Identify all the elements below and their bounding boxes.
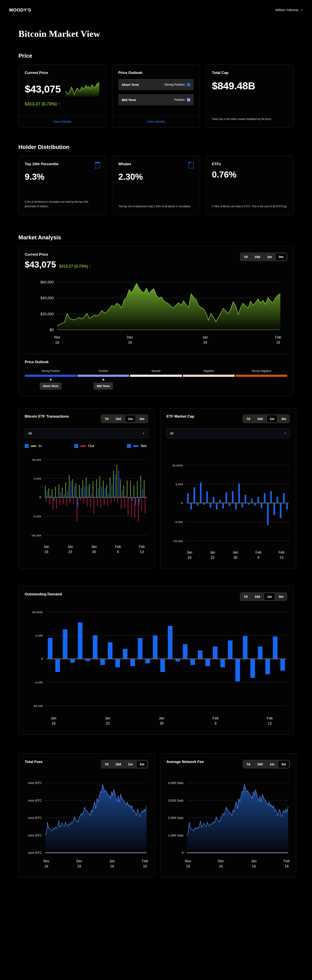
user-name: William Palencia [276,8,298,12]
tab-15d[interactable]: 15d [254,760,266,768]
time-range-tabs: 7d 15d 1m 3m [101,760,148,768]
price-outlook-card: Price Outlook Short Term Strong Positive… [112,64,200,128]
svg-text:-x,xxx: -x,xxx [35,680,43,684]
svg-text:-xx,xxx: -xx,xxx [31,533,41,537]
etf-filter-select[interactable]: All ▼ [25,428,148,438]
outstanding-demand-card: Outstanding Demand 7d 15d 1m 3m xx,xxxxx… [18,586,294,735]
tab-1m[interactable]: 1m [125,760,136,768]
tab-1m[interactable]: 1m [264,253,275,261]
segment-label: Strong Positive [41,369,60,372]
svg-text:Dec16: Dec16 [127,336,133,344]
svg-text:Jan23: Jan23 [105,716,111,725]
legend-item-in: ✓ In [25,444,41,448]
tab-3m[interactable]: 3m [136,415,147,423]
tab-7d[interactable]: 7d [101,760,112,768]
svg-text:xx,xxx: xx,xxx [32,458,41,461]
segment-neutral [130,375,182,377]
tab-1m[interactable]: 1m [266,415,278,423]
svg-text:x,xxx: x,xxx [176,482,183,486]
card-title: Total Cap [212,71,287,75]
current-price-chart: $60,000$40,000$20,000$0Nov16Dec16Jan16Fe… [25,275,288,347]
tab-3m[interactable]: 3m [278,415,289,423]
svg-text:xxxx BTC: xxxx BTC [28,851,42,854]
svg-text:3,000 Sats: 3,000 Sats [168,799,184,802]
svg-text:Jan23: Jan23 [67,545,73,554]
segment-positive [78,375,129,377]
marker-triangle-icon [49,379,52,380]
total-fees-chart: xxxx BTCxxxx BTCxxxx BTCxxxx BTCxxxx BTC… [25,773,148,870]
tab-15d[interactable]: 15d [251,593,263,600]
market-section-heading: Market Analysis [18,234,294,241]
holder-note: The top 1% of addresses hold 2.30% of al… [118,204,194,209]
tab-3m[interactable]: 3m [276,593,287,600]
tab-7d[interactable]: 7d [101,415,112,423]
tab-3m[interactable]: 3m [136,760,147,768]
tab-3m[interactable]: 3m [278,760,289,768]
segment-label: Strong Negative [252,369,271,372]
tab-7d[interactable]: 7d [243,760,253,768]
arrow-up-icon: ↑ [89,264,91,269]
price-section: Price Current Price $43,075 $313.27 (0.7… [18,52,294,128]
etf-market-cap-chart: xx,xxxxx,xxx0-x,xxx-xx,xxxJan16Jan23Jan3… [166,460,290,562]
top-bar: MOODY'S William Palencia ▼ [0,0,312,20]
arrow-up-icon: ↑ [58,102,60,106]
chart-title: Current Price [25,252,91,257]
view-details-link[interactable]: View Details [19,116,106,127]
etf-filter-select[interactable]: All ▼ [166,428,290,438]
tab-15d[interactable]: 15d [254,415,266,423]
tab-3m[interactable]: 3m [276,253,287,261]
svg-text:1,000 Sats: 1,000 Sats [168,834,184,837]
average-network-fee-card: Average Network Fee 7d 15d 1m 3m 4,000 S… [160,753,296,878]
chart-title: Average Network Fee [166,760,204,764]
tab-15d[interactable]: 15d [112,760,124,768]
etf-transactions-chart: xx,xxxx,xxx0-x,xxx-xx,xxxJan16Jan23Jan30… [25,454,148,556]
short-term-marker-chip: Short Term [40,382,62,390]
svg-text:Nov16: Nov16 [185,859,191,868]
segment-strong-positive [25,375,76,377]
chart-price-value: $43,075 [25,260,56,269]
average-network-fee-chart: 4,000 Sats3,000 Sats2,000 Sats1,000 Sats… [166,773,290,870]
svg-text:xxxx BTC: xxxx BTC [28,834,42,837]
svg-text:Dec16: Dec16 [218,859,224,868]
tab-1m[interactable]: 1m [125,415,136,423]
time-range-tabs: 7d 15d 1m 3m [101,414,148,423]
tab-7d[interactable]: 7d [241,253,251,261]
chevron-down-icon: ▼ [143,432,145,435]
tab-15d[interactable]: 15d [251,253,263,261]
series-legend: ✓ In ✓ Out ✓ Net [25,444,148,448]
tab-7d[interactable]: 7d [243,415,253,423]
tab-15d[interactable]: 15d [112,415,124,423]
outlook-value: Strong Positive [165,83,185,86]
svg-text:Jan30: Jan30 [159,716,165,725]
checkbox-checked[interactable]: ✓ [127,444,131,448]
svg-text:Feb13: Feb13 [279,550,285,559]
segment-label: Neutral [152,369,160,372]
svg-text:Jan16: Jan16 [51,716,56,725]
segment-label: Positive [98,369,108,372]
total-cap-value: $849.48B [212,80,287,92]
tab-1m[interactable]: 1m [264,593,275,600]
chart-title: Total Fees [25,760,43,764]
svg-text:Feb16: Feb16 [275,336,281,344]
svg-text:0: 0 [182,851,184,854]
user-menu[interactable]: William Palencia ▼ [276,8,303,12]
view-details-link[interactable]: View Details [112,116,200,127]
in-series-swatch [31,445,36,447]
tab-7d[interactable]: 7d [241,593,251,600]
holder-value: 9.3% [25,172,100,182]
checkbox-checked[interactable]: ✓ [25,444,29,448]
holders-section-heading: Holder Distribution [18,144,294,151]
svg-text:-xx,xxx: -xx,xxx [33,704,43,708]
current-price-card: Current Price $43,075 $313.27 (0.73%) ↑ … [18,64,106,128]
svg-text:Nov16: Nov16 [54,336,60,344]
svg-text:Jan16: Jan16 [44,545,49,554]
tab-1m[interactable]: 1m [266,760,278,768]
card-title: ETFs [212,162,221,166]
svg-text:0: 0 [41,657,43,661]
svg-text:Dec16: Dec16 [76,859,82,868]
svg-text:Feb13: Feb13 [267,716,273,725]
market-analysis-section: Market Analysis Current Price $43,075 $3… [18,234,294,396]
outlook-value: Positive [174,98,185,102]
holder-value: 2.30% [118,172,194,182]
checkbox-checked[interactable]: ✓ [74,444,78,448]
